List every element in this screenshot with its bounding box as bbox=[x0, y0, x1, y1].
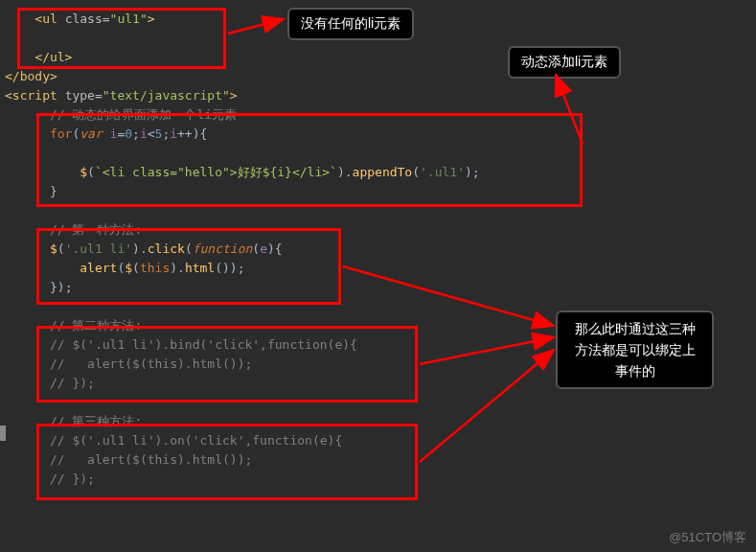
code-line: $('.ul1 li').click(function(e){ bbox=[5, 240, 751, 259]
code-line: // alert($(this).html()); bbox=[5, 450, 751, 470]
code-line: alert($(this).html()); bbox=[5, 259, 751, 278]
editor-cursor bbox=[0, 426, 6, 441]
code-line: // 第三种方法: bbox=[5, 412, 751, 431]
code-line: for(var i=0;i<5;i++){ bbox=[5, 125, 751, 144]
code-line: <script type="text/javascript"> bbox=[5, 86, 751, 105]
code-line: // 第一种方法: bbox=[5, 220, 751, 240]
code-line: // 动态的给界面添加一个li元素 bbox=[5, 105, 751, 125]
callout-no-li: 没有任何的li元素 bbox=[287, 8, 414, 40]
code-line: }); bbox=[5, 278, 751, 297]
code-editor[interactable]: <ul class="ul1"> </ul> </body> <script t… bbox=[0, 0, 756, 498]
code-line bbox=[5, 201, 751, 220]
code-line: </body> bbox=[5, 67, 751, 86]
code-line bbox=[5, 393, 751, 412]
code-line: } bbox=[5, 182, 751, 201]
code-line: </ul> bbox=[5, 48, 751, 67]
callout-dynamic-add: 动态添加li元素 bbox=[508, 46, 621, 79]
code-line: // $('.ul1 li').on('click',function(e){ bbox=[5, 431, 751, 450]
code-line: // }); bbox=[5, 470, 751, 489]
code-line: $(`<li class="hello">好好${i}</li>`).appen… bbox=[5, 163, 751, 182]
callout-three-methods: 那么此时通过这三种方法都是可以绑定上事件的 bbox=[556, 310, 714, 389]
code-line bbox=[5, 144, 751, 163]
watermark: @51CTO博客 bbox=[669, 529, 746, 546]
